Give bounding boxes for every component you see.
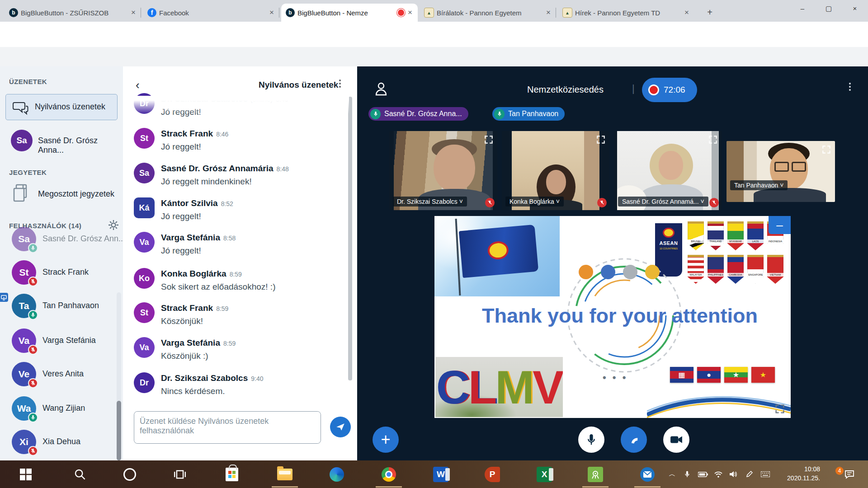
message-time: 8:59 [230,271,242,278]
message-author: Varga Stefánia [161,233,220,242]
presentation-slide[interactable]: ASEAN 10 COUNTRIES BRUNEI THAILAND MYANM… [434,216,791,418]
message-time: 9:40 [251,375,263,382]
talker-name: Tan Panhavaon [508,110,558,118]
user-row-wang[interactable]: Wa Wang Zijian [0,396,123,428]
tray-pen-icon[interactable] [743,460,755,488]
taskbar-clock[interactable]: 10:08 2020.11.25. [778,465,820,483]
webcam-konka[interactable]: Konka Boglárka ˅ [502,131,609,210]
tray-network-icon[interactable] [712,460,725,488]
meeting-options-kebab-icon[interactable] [849,81,851,92]
tray-keyboard-icon[interactable] [759,460,772,488]
talker-pill-sasne[interactable]: Sasné Dr. Grósz Anna... [368,107,468,121]
chat-scroll-fade [123,96,349,114]
tab-close-icon[interactable]: × [545,8,552,17]
user-icon[interactable] [374,81,388,96]
send-message-button[interactable] [330,417,351,437]
tab-hirek-pannon[interactable]: ▲ Hírek - Pannon Egyetem TD × [558,4,694,22]
task-view-icon[interactable] [166,460,193,488]
user-name: Veres Anita [42,369,84,379]
meeting-main-area: Nemzetköziesedés | 72:06 Sasné Dr. Grósz… [357,66,868,460]
action-center-icon[interactable] [842,460,857,488]
windows-taskbar: W P X ︿ [0,460,868,488]
talker-name: Sasné Dr. Grósz Anna... [384,110,462,118]
slide-dot-blue [601,265,615,279]
minimize-presentation-button[interactable]: – [769,216,791,234]
tab-biralatok-pannon[interactable]: ▲ Bírálatok - Pannon Egyetem × [420,4,556,22]
webcam-name-label[interactable]: Konka Boglárka ˅ [505,197,564,206]
user-row-sasne[interactable]: Sa Sasné Dr. Grósz Ann... [0,227,123,258]
powerpoint-icon[interactable]: P [479,460,506,488]
slide-dot-grey [623,265,637,279]
fullscreen-icon[interactable] [596,135,606,145]
presentation-fullscreen-icon[interactable] [774,404,785,414]
window-close-button[interactable]: × [842,0,868,17]
chat-scrollbar-thumb[interactable] [348,97,352,380]
fullscreen-icon[interactable] [484,135,494,145]
user-row-veres[interactable]: Ve Veres Anita [0,362,123,394]
thunderbird-icon[interactable] [634,460,661,488]
plus-icon: + [381,432,390,448]
webcam-sasne[interactable]: Sasné Dr. Grósz Annamá... ˅ [614,131,722,210]
cortana-icon[interactable] [116,460,143,488]
message-author: Konka Boglárka [161,269,226,278]
tab-close-icon[interactable]: × [407,8,413,17]
user-row-varga[interactable]: Va Varga Stefánia [0,328,123,360]
tab-close-icon[interactable]: × [269,8,275,17]
tab-close-icon[interactable]: × [684,8,690,17]
slide-dot-yellow [645,265,660,279]
microsoft-store-icon[interactable] [218,460,245,488]
chat-input-box [134,411,321,444]
file-explorer-icon[interactable] [271,460,298,488]
chat-message-input[interactable] [134,412,321,443]
chat-options-kebab-icon[interactable] [339,78,341,89]
tray-volume-icon[interactable] [727,460,740,488]
mute-button[interactable] [578,427,604,453]
talker-pill-tan[interactable]: Tan Panhavaon [492,107,565,121]
sidebar-item-public-chat[interactable]: Nyilvános üzenetek [5,94,118,120]
excel-icon[interactable]: X [531,460,558,488]
user-row-tan[interactable]: Ta Tan Panhavaon [0,294,123,325]
asean-flag-image [434,216,560,296]
actions-plus-button[interactable]: + [373,427,399,453]
webcam-name-label[interactable]: Tan Panhavaon ˅ [730,180,788,190]
leave-audio-button[interactable] [621,427,647,453]
tray-mic-icon[interactable] [681,460,693,488]
window-minimize-button[interactable]: – [789,0,816,17]
webcam-tan[interactable]: Tan Panhavaon ˅ [726,141,835,202]
search-icon[interactable] [66,460,94,488]
webcam-name-label[interactable]: Sasné Dr. Grósz Annamá... ˅ [618,197,708,206]
clock-time: 10:08 [778,465,820,474]
camera-app-icon[interactable] [582,460,609,488]
user-row-strack[interactable]: St Strack Frank [0,260,123,292]
recording-dot-icon [648,84,659,95]
tab-separator [141,8,141,18]
fullscreen-icon[interactable] [821,145,831,155]
sidebar-scrollbar-thumb[interactable] [117,401,121,460]
cambodia-flag: ▦ [670,367,693,383]
tab-close-icon[interactable]: × [130,8,137,17]
start-button[interactable] [12,460,39,488]
vietnam-flag: ★ [751,367,775,383]
window-maximize-button[interactable]: ▢ [816,0,842,17]
tray-expand-icon[interactable]: ︿ [666,460,678,488]
webcam-name-label[interactable]: Dr. Szikszai Szabolcs ˅ [393,197,467,206]
edge-icon[interactable] [323,460,350,488]
user-name: Sasné Dr. Grósz Ann... [42,234,125,244]
tab-facebook[interactable]: f Facebook × [143,4,279,22]
chat-back-chevron[interactable]: ‹ [136,78,140,92]
message-text: Jó reggelt! [161,142,201,152]
mic-muted-badge [28,378,38,388]
tray-battery-icon[interactable] [696,460,710,488]
word-icon[interactable]: W [427,460,454,488]
webcam-szikszai[interactable]: Dr. Szikszai Szabolcs ˅ [389,131,497,210]
chrome-icon[interactable] [375,460,402,488]
new-tab-button[interactable]: + [703,6,716,19]
user-row-xia[interactable]: Xi Xia Dehua [0,430,123,461]
tab-bbb-zsuriszoba[interactable]: b BigBlueButton - ZSŰRISZOB × [5,4,141,22]
open-app-indicator [634,486,660,488]
tab-bbb-nemzetkoziesedes[interactable]: b BigBlueButton - Nemze × [281,4,418,22]
user-name: Xia Dehua [42,437,80,446]
webcam-share-button[interactable] [663,427,689,453]
recording-indicator-pill[interactable]: 72:06 [642,78,697,102]
fullscreen-icon[interactable] [708,135,718,145]
